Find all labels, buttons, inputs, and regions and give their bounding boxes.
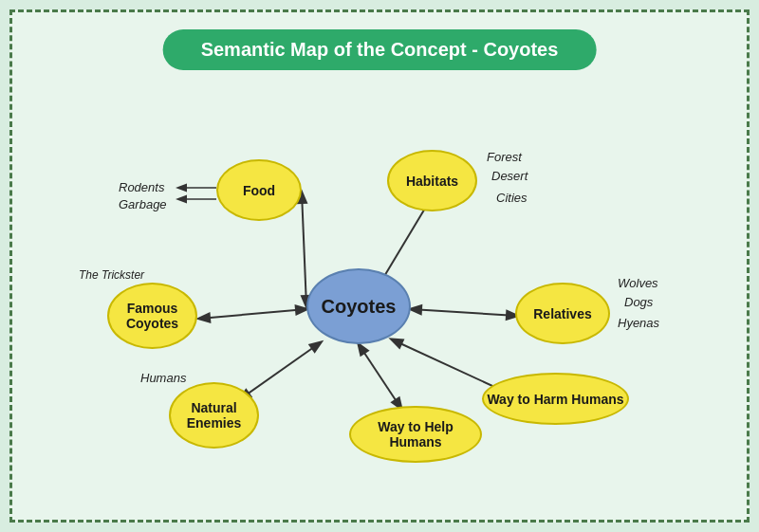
label-dogs: Dogs: [624, 295, 653, 309]
main-container: Semantic Map of the Concept - Coyotes: [9, 9, 750, 523]
label-cities: Cities: [496, 191, 528, 205]
title-bar: Semantic Map of the Concept - Coyotes: [163, 29, 597, 70]
node-way-help-humans: Way to Help Humans: [349, 406, 482, 463]
node-famous-coyotes: Famous Coyotes: [107, 283, 197, 349]
svg-line-0: [302, 193, 306, 306]
label-forest: Forest: [487, 150, 522, 164]
label-trickster: The Trickster: [79, 268, 144, 282]
node-coyotes: Coyotes: [306, 268, 411, 344]
svg-line-5: [359, 344, 401, 409]
label-garbage: Garbage: [119, 197, 167, 211]
svg-line-3: [411, 309, 517, 316]
node-relatives: Relatives: [515, 283, 610, 344]
label-wolves: Wolves: [618, 276, 658, 290]
svg-line-2: [199, 309, 306, 319]
node-way-harm-humans: Way to Harm Humans: [482, 373, 629, 425]
svg-line-4: [240, 342, 321, 399]
label-humans: Humans: [140, 371, 186, 385]
label-rodents: Rodents: [119, 180, 164, 194]
label-desert: Desert: [491, 169, 528, 183]
node-habitats: Habitats: [387, 150, 477, 211]
node-food: Food: [216, 159, 302, 221]
label-hyenas: Hyenas: [618, 316, 659, 330]
title-text: Semantic Map of the Concept - Coyotes: [201, 39, 559, 60]
node-natural-enemies: Natural Enemies: [169, 382, 259, 449]
